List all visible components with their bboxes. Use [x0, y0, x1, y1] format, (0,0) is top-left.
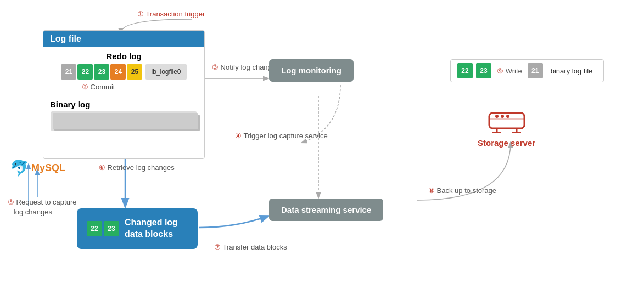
log-file-box: Log file Redo log 21 22 23 24 25 ib_logf… [43, 30, 205, 159]
mysql-logo: 🐬 MySQL [10, 159, 65, 177]
notify-log-change-label: ③ Notify log change [212, 63, 276, 71]
redo-block-23: 23 [94, 64, 109, 80]
write-label: ⑨ Write [497, 67, 522, 75]
svg-point-7 [495, 115, 499, 118]
storage-server-label: Storage server [478, 138, 535, 148]
redo-block-25: 25 [127, 64, 142, 80]
output-block-23: 23 [476, 63, 491, 78]
changed-log-box: 22 23 Changed log data blocks [77, 208, 198, 249]
output-block-21: 21 [528, 63, 543, 78]
svg-point-8 [501, 115, 504, 118]
binary-log-output: 22 23 ⑨ Write 21 binary log file [450, 59, 604, 82]
mysql-dolphin-icon: 🐬 [10, 159, 29, 177]
storage-icon [485, 109, 529, 133]
changed-log-text: Changed log data blocks [125, 217, 188, 240]
ib-logfile-label: ib_logfile0 [145, 64, 186, 80]
svg-rect-6 [489, 118, 524, 120]
transfer-label: ⑦ Transfer data blocks [214, 243, 287, 251]
binary-log-label: Binary log [50, 100, 204, 109]
changed-log-blocks: 22 23 [87, 221, 119, 236]
data-streaming-box: Data streaming service [269, 199, 383, 221]
changed-block-23: 23 [104, 221, 119, 236]
changed-block-22: 22 [87, 221, 102, 236]
output-block-22: 22 [457, 63, 473, 78]
redo-log-row: 21 22 23 24 25 ib_logfile0 [43, 64, 204, 80]
log-monitoring-box: Log monitoring [269, 59, 354, 82]
commit-label: ② Commit [82, 83, 204, 91]
back-up-label: ⑧ Back up to storage [428, 186, 496, 195]
retrieve-label: ⑥ Retrieve log changes [99, 163, 175, 172]
bin-log-file-output-label: binary log file [546, 67, 597, 75]
log-file-header: Log file [43, 31, 204, 47]
redo-block-21: 21 [61, 64, 76, 80]
mysql-label: MySQL [31, 162, 65, 174]
transaction-trigger-label: ① Transaction trigger [137, 10, 205, 18]
trigger-log-capture-label: ④ Trigger log capture service [235, 132, 328, 140]
svg-point-9 [506, 115, 509, 118]
redo-block-24: 24 [110, 64, 126, 80]
storage-server-container: Storage server [478, 109, 535, 148]
redo-block-22: 22 [77, 64, 93, 80]
request-capture-label: ⑤ Request to capture log changes [8, 197, 76, 217]
redo-log-label: Redo log [43, 52, 204, 61]
binary-log-stack: 21 22 23 binary log file [51, 111, 197, 131]
diagram: ① Transaction trigger Log file Redo log … [0, 0, 644, 289]
